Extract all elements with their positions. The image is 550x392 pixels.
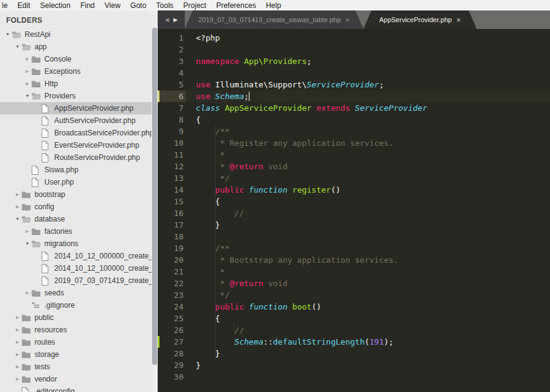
- code-line-7[interactable]: 7class AppServiceProvider extends Servic…: [158, 102, 550, 114]
- code-line-26[interactable]: 26 //: [158, 324, 550, 336]
- code-line-8[interactable]: 8{: [158, 114, 550, 126]
- code-area[interactable]: 1<?php23namespace App\Providers;45use Il…: [158, 29, 550, 392]
- tree-item-gitignore[interactable]: .gitignore: [0, 299, 158, 311]
- tree-item-routes[interactable]: ▶routes: [0, 336, 158, 348]
- tree-item-label: seeds: [44, 289, 64, 297]
- tree-item-siswa-php[interactable]: Siswa.php: [0, 164, 158, 176]
- menu-item-preferences[interactable]: Preferences: [211, 0, 261, 10]
- code-line-4[interactable]: 4: [158, 67, 550, 79]
- chevron-collapsed-icon[interactable]: ▶: [23, 78, 31, 90]
- chevron-expanded-icon[interactable]: ▼: [14, 41, 22, 53]
- code-line-25[interactable]: 25 {: [158, 313, 550, 324]
- code-line-16[interactable]: 16 //: [158, 207, 550, 219]
- chevron-collapsed-icon[interactable]: ▶: [23, 53, 31, 65]
- tree-item-vendor[interactable]: ▶vendor: [0, 373, 158, 385]
- code-line-18[interactable]: 18: [158, 231, 550, 242]
- chevron-expanded-icon[interactable]: ▼: [4, 28, 12, 41]
- code-line-19[interactable]: 19 /**: [158, 242, 550, 254]
- tree-item-public[interactable]: ▶public: [0, 311, 158, 324]
- sidebar-scrollbar-thumb[interactable]: [152, 28, 157, 365]
- tab-close-icon[interactable]: ×: [345, 16, 350, 24]
- sidebar-scrollbar[interactable]: [152, 10, 158, 392]
- code-line-11[interactable]: 11 *: [158, 149, 550, 161]
- tree-item-database[interactable]: ▼database: [0, 213, 158, 225]
- code-line-14[interactable]: 14 public function register(): [158, 184, 550, 196]
- menu-item-edit[interactable]: Edit: [12, 0, 35, 10]
- tree-item-2014-10-12-000000-create-user[interactable]: 2014_10_12_000000_create_user: [0, 250, 158, 262]
- menu-item-goto[interactable]: Goto: [126, 0, 152, 10]
- tree-item-console[interactable]: ▶Console: [0, 53, 158, 65]
- tab-scroll-right-icon[interactable]: ▶: [174, 17, 178, 23]
- code-line-12[interactable]: 12 * @return void: [158, 161, 550, 172]
- chevron-collapsed-icon[interactable]: ▶: [14, 336, 22, 348]
- chevron-collapsed-icon[interactable]: ▶: [14, 348, 22, 361]
- code-line-6[interactable]: 6use Schema;: [158, 90, 550, 102]
- tree-item-user-php[interactable]: User.php: [0, 176, 158, 188]
- tree-item-bootstrap[interactable]: ▶bootstrap: [0, 188, 158, 201]
- tree-item-routeserviceprovider-php[interactable]: RouteServiceProvider.php: [0, 151, 158, 164]
- tree-item-config[interactable]: ▶config: [0, 201, 158, 213]
- code-line-13[interactable]: 13 */: [158, 172, 550, 184]
- chevron-collapsed-icon[interactable]: ▶: [14, 373, 22, 385]
- tree-item-tests[interactable]: ▶tests: [0, 361, 158, 373]
- chevron-collapsed-icon[interactable]: ▶: [14, 311, 22, 324]
- code-line-9[interactable]: 9 /**: [158, 126, 550, 137]
- tree-item-migrations[interactable]: ▼migrations: [0, 238, 158, 250]
- code-line-17[interactable]: 17 }: [158, 219, 550, 231]
- tab-close-icon[interactable]: ×: [456, 16, 461, 24]
- tab-2019-07-03-071419-create-siswas-table-php[interactable]: 2019_07_03_071419_create_siswas_table.ph…: [185, 10, 363, 29]
- tree-item-appserviceprovider-php[interactable]: AppServiceProvider.php: [0, 102, 158, 114]
- tree-item-http[interactable]: ▶Http: [0, 78, 158, 90]
- tree-item-eventserviceprovider-php[interactable]: EventServiceProvider.php: [0, 139, 158, 151]
- code-line-21[interactable]: 21 *: [158, 266, 550, 278]
- chevron-expanded-icon[interactable]: ▼: [23, 90, 31, 102]
- tree-item-app[interactable]: ▼app: [0, 41, 158, 53]
- chevron-expanded-icon[interactable]: ▼: [14, 213, 22, 225]
- line-number: 8: [158, 114, 186, 126]
- code-line-30[interactable]: 30: [158, 371, 550, 383]
- tree-item-restapi[interactable]: ▼RestApi: [0, 28, 158, 41]
- tree-item-broadcastserviceprovider-php[interactable]: BroadcastServiceProvider.php: [0, 127, 158, 139]
- tree-item-2019-07-03-071419-create-sisw[interactable]: 2019_07_03_071419_create_sisw: [0, 274, 158, 287]
- code-line-24[interactable]: 24 public function boot(): [158, 301, 550, 313]
- tree-item-resources[interactable]: ▶resources: [0, 324, 158, 336]
- code-line-3[interactable]: 3namespace App\Providers;: [158, 55, 550, 67]
- tree-item-providers[interactable]: ▼Providers: [0, 90, 158, 102]
- menu-item-find[interactable]: Find: [75, 0, 99, 10]
- tree-item-seeds[interactable]: ▶seeds: [0, 287, 158, 299]
- code-line-22[interactable]: 22 * @return void: [158, 278, 550, 289]
- menu-item-view[interactable]: View: [100, 0, 126, 10]
- chevron-collapsed-icon[interactable]: ▶: [23, 65, 31, 78]
- chevron-collapsed-icon[interactable]: ▶: [14, 361, 22, 373]
- chevron-expanded-icon[interactable]: ▼: [23, 238, 31, 250]
- chevron-collapsed-icon[interactable]: ▶: [23, 225, 31, 238]
- code-line-29[interactable]: 29}: [158, 359, 550, 371]
- menu-item-tools[interactable]: Tools: [152, 0, 179, 10]
- tree-item-storage[interactable]: ▶storage: [0, 348, 158, 361]
- chevron-collapsed-icon[interactable]: ▶: [14, 188, 22, 201]
- menu-item-project[interactable]: Project: [179, 0, 211, 10]
- code-line-2[interactable]: 2: [158, 44, 550, 55]
- tree-item-2014-10-12-100000-create-pass[interactable]: 2014_10_12_100000_create_pass: [0, 262, 158, 274]
- chevron-collapsed-icon[interactable]: ▶: [14, 324, 22, 336]
- tree-item-factories[interactable]: ▶factories: [0, 225, 158, 238]
- tab-scroll-left-icon[interactable]: ◀: [165, 17, 169, 23]
- code-line-23[interactable]: 23 */: [158, 289, 550, 301]
- chevron-collapsed-icon[interactable]: ▶: [23, 287, 31, 299]
- code-line-1[interactable]: 1<?php: [158, 32, 550, 44]
- tree-item-label: Providers: [44, 92, 76, 100]
- tree-item-editorconfig[interactable]: .editorconfig: [0, 385, 158, 392]
- code-line-15[interactable]: 15 {: [158, 196, 550, 207]
- menu-item-selection[interactable]: Selection: [35, 0, 75, 10]
- menu-item-le[interactable]: le: [0, 0, 12, 10]
- tree-item-authserviceprovider-php[interactable]: AuthServiceProvider.php: [0, 114, 158, 127]
- code-line-10[interactable]: 10 * Register any application services.: [158, 137, 550, 149]
- tree-item-exceptions[interactable]: ▶Exceptions: [0, 65, 158, 78]
- chevron-collapsed-icon[interactable]: ▶: [14, 201, 22, 213]
- menu-item-help[interactable]: Help: [261, 0, 286, 10]
- tab-appserviceprovider-php[interactable]: AppServiceProvider.php×: [363, 10, 477, 29]
- code-line-20[interactable]: 20 * Bootstrap any application services.: [158, 254, 550, 266]
- code-line-27[interactable]: 27 Schema::defaultStringLength(191);: [158, 336, 550, 348]
- code-line-5[interactable]: 5use Illuminate\Support\ServiceProvider;: [158, 79, 550, 90]
- code-line-28[interactable]: 28 }: [158, 348, 550, 359]
